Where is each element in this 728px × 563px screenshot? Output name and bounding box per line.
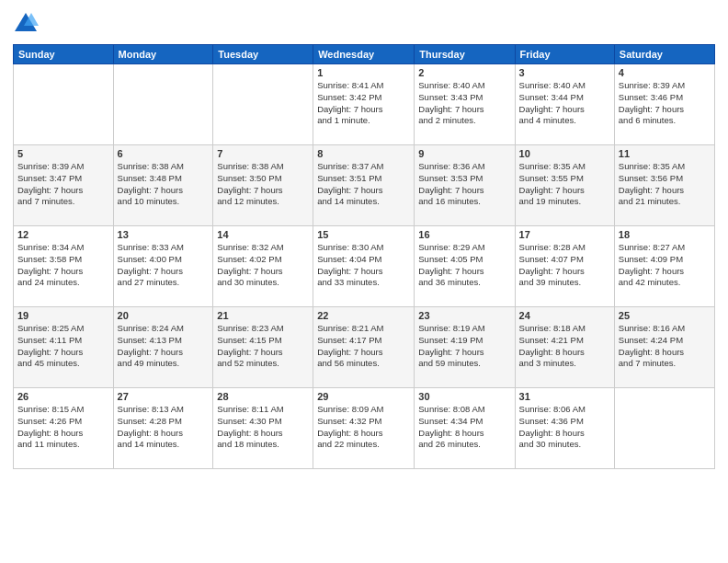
day-number: 22 [317, 310, 410, 321]
calendar-cell: 4Sunrise: 8:39 AM Sunset: 3:46 PM Daylig… [614, 64, 714, 145]
weekday-header: Wednesday [313, 45, 415, 64]
day-info: Sunrise: 8:25 AM Sunset: 4:11 PM Dayligh… [17, 323, 109, 370]
day-info: Sunrise: 8:24 AM Sunset: 4:13 PM Dayligh… [118, 323, 210, 370]
day-info: Sunrise: 8:40 AM Sunset: 3:43 PM Dayligh… [418, 80, 510, 127]
weekday-header: Saturday [614, 45, 714, 64]
day-info: Sunrise: 8:28 AM Sunset: 4:07 PM Dayligh… [519, 242, 610, 289]
day-number: 13 [118, 229, 210, 240]
day-number: 8 [317, 148, 410, 159]
day-info: Sunrise: 8:38 AM Sunset: 3:50 PM Dayligh… [217, 161, 309, 208]
calendar-cell: 11Sunrise: 8:35 AM Sunset: 3:56 PM Dayli… [614, 145, 714, 226]
calendar-cell: 27Sunrise: 8:13 AM Sunset: 4:28 PM Dayli… [113, 388, 213, 469]
day-number: 31 [519, 391, 610, 402]
day-info: Sunrise: 8:35 AM Sunset: 3:55 PM Dayligh… [519, 161, 610, 208]
calendar-cell: 12Sunrise: 8:34 AM Sunset: 3:58 PM Dayli… [14, 226, 114, 307]
day-info: Sunrise: 8:39 AM Sunset: 3:46 PM Dayligh… [619, 80, 711, 127]
day-info: Sunrise: 8:35 AM Sunset: 3:56 PM Dayligh… [619, 161, 711, 208]
day-info: Sunrise: 8:09 AM Sunset: 4:32 PM Dayligh… [317, 404, 410, 451]
day-number: 11 [619, 148, 711, 159]
day-info: Sunrise: 8:39 AM Sunset: 3:47 PM Dayligh… [17, 161, 109, 208]
calendar-cell: 28Sunrise: 8:11 AM Sunset: 4:30 PM Dayli… [213, 388, 313, 469]
calendar-cell [14, 64, 114, 145]
day-number: 9 [418, 148, 510, 159]
calendar-cell: 31Sunrise: 8:06 AM Sunset: 4:36 PM Dayli… [515, 388, 614, 469]
calendar-cell: 21Sunrise: 8:23 AM Sunset: 4:15 PM Dayli… [213, 307, 313, 388]
day-info: Sunrise: 8:40 AM Sunset: 3:44 PM Dayligh… [519, 80, 610, 127]
weekday-header: Monday [113, 45, 213, 64]
day-number: 14 [217, 229, 309, 240]
day-info: Sunrise: 8:21 AM Sunset: 4:17 PM Dayligh… [317, 323, 410, 370]
calendar-week-row: 19Sunrise: 8:25 AM Sunset: 4:11 PM Dayli… [14, 307, 715, 388]
day-number: 21 [217, 310, 309, 321]
calendar-cell: 22Sunrise: 8:21 AM Sunset: 4:17 PM Dayli… [313, 307, 415, 388]
calendar-cell: 19Sunrise: 8:25 AM Sunset: 4:11 PM Dayli… [14, 307, 114, 388]
day-number: 29 [317, 391, 410, 402]
day-info: Sunrise: 8:41 AM Sunset: 3:42 PM Dayligh… [317, 80, 410, 127]
weekday-header: Sunday [14, 45, 114, 64]
day-info: Sunrise: 8:16 AM Sunset: 4:24 PM Dayligh… [619, 323, 711, 370]
weekday-header: Tuesday [213, 45, 313, 64]
calendar-cell: 3Sunrise: 8:40 AM Sunset: 3:44 PM Daylig… [515, 64, 614, 145]
calendar-week-row: 5Sunrise: 8:39 AM Sunset: 3:47 PM Daylig… [14, 145, 715, 226]
day-info: Sunrise: 8:23 AM Sunset: 4:15 PM Dayligh… [217, 323, 309, 370]
calendar-cell: 5Sunrise: 8:39 AM Sunset: 3:47 PM Daylig… [14, 145, 114, 226]
calendar-week-row: 26Sunrise: 8:15 AM Sunset: 4:26 PM Dayli… [14, 388, 715, 469]
logo-icon [13, 11, 39, 37]
day-info: Sunrise: 8:32 AM Sunset: 4:02 PM Dayligh… [217, 242, 309, 289]
calendar-cell [113, 64, 213, 145]
day-number: 25 [619, 310, 711, 321]
calendar-cell: 24Sunrise: 8:18 AM Sunset: 4:21 PM Dayli… [515, 307, 614, 388]
calendar-cell: 16Sunrise: 8:29 AM Sunset: 4:05 PM Dayli… [415, 226, 515, 307]
calendar-week-row: 12Sunrise: 8:34 AM Sunset: 3:58 PM Dayli… [14, 226, 715, 307]
day-info: Sunrise: 8:34 AM Sunset: 3:58 PM Dayligh… [17, 242, 109, 289]
calendar-cell: 10Sunrise: 8:35 AM Sunset: 3:55 PM Dayli… [515, 145, 614, 226]
day-number: 18 [619, 229, 711, 240]
calendar-cell: 13Sunrise: 8:33 AM Sunset: 4:00 PM Dayli… [113, 226, 213, 307]
calendar-cell: 30Sunrise: 8:08 AM Sunset: 4:34 PM Dayli… [415, 388, 515, 469]
weekday-header-row: SundayMondayTuesdayWednesdayThursdayFrid… [14, 45, 715, 64]
calendar-cell: 14Sunrise: 8:32 AM Sunset: 4:02 PM Dayli… [213, 226, 313, 307]
day-number: 3 [519, 67, 610, 78]
day-number: 1 [317, 67, 410, 78]
page: SundayMondayTuesdayWednesdayThursdayFrid… [0, 0, 728, 563]
calendar-cell: 18Sunrise: 8:27 AM Sunset: 4:09 PM Dayli… [614, 226, 714, 307]
calendar-cell: 9Sunrise: 8:36 AM Sunset: 3:53 PM Daylig… [415, 145, 515, 226]
calendar-cell [213, 64, 313, 145]
calendar-cell: 17Sunrise: 8:28 AM Sunset: 4:07 PM Dayli… [515, 226, 614, 307]
calendar-week-row: 1Sunrise: 8:41 AM Sunset: 3:42 PM Daylig… [14, 64, 715, 145]
day-number: 24 [519, 310, 610, 321]
header [13, 11, 715, 37]
day-number: 10 [519, 148, 610, 159]
day-number: 16 [418, 229, 510, 240]
day-number: 6 [118, 148, 210, 159]
day-info: Sunrise: 8:29 AM Sunset: 4:05 PM Dayligh… [418, 242, 510, 289]
day-info: Sunrise: 8:38 AM Sunset: 3:48 PM Dayligh… [118, 161, 210, 208]
day-number: 4 [619, 67, 711, 78]
weekday-header: Thursday [415, 45, 515, 64]
day-info: Sunrise: 8:06 AM Sunset: 4:36 PM Dayligh… [519, 404, 610, 451]
calendar-cell: 2Sunrise: 8:40 AM Sunset: 3:43 PM Daylig… [415, 64, 515, 145]
calendar: SundayMondayTuesdayWednesdayThursdayFrid… [13, 44, 715, 469]
day-info: Sunrise: 8:08 AM Sunset: 4:34 PM Dayligh… [418, 404, 510, 451]
calendar-cell: 23Sunrise: 8:19 AM Sunset: 4:19 PM Dayli… [415, 307, 515, 388]
calendar-cell: 7Sunrise: 8:38 AM Sunset: 3:50 PM Daylig… [213, 145, 313, 226]
day-info: Sunrise: 8:18 AM Sunset: 4:21 PM Dayligh… [519, 323, 610, 370]
calendar-cell: 20Sunrise: 8:24 AM Sunset: 4:13 PM Dayli… [113, 307, 213, 388]
day-number: 15 [317, 229, 410, 240]
day-info: Sunrise: 8:13 AM Sunset: 4:28 PM Dayligh… [118, 404, 210, 451]
day-number: 19 [17, 310, 109, 321]
day-number: 12 [17, 229, 109, 240]
calendar-cell: 26Sunrise: 8:15 AM Sunset: 4:26 PM Dayli… [14, 388, 114, 469]
day-number: 2 [418, 67, 510, 78]
day-number: 7 [217, 148, 309, 159]
day-number: 28 [217, 391, 309, 402]
day-info: Sunrise: 8:33 AM Sunset: 4:00 PM Dayligh… [118, 242, 210, 289]
logo [13, 11, 42, 37]
day-number: 26 [17, 391, 109, 402]
day-info: Sunrise: 8:30 AM Sunset: 4:04 PM Dayligh… [317, 242, 410, 289]
day-number: 5 [17, 148, 109, 159]
calendar-cell: 29Sunrise: 8:09 AM Sunset: 4:32 PM Dayli… [313, 388, 415, 469]
day-number: 20 [118, 310, 210, 321]
day-number: 23 [418, 310, 510, 321]
day-info: Sunrise: 8:15 AM Sunset: 4:26 PM Dayligh… [17, 404, 109, 451]
